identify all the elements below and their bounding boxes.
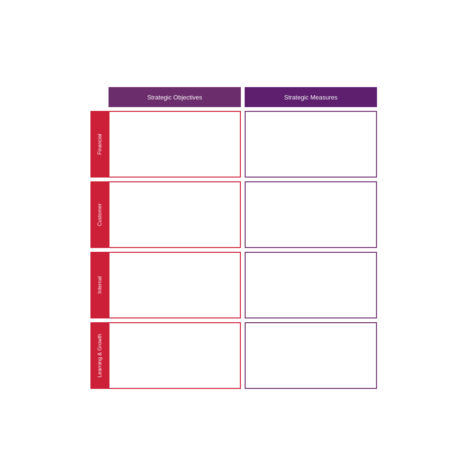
- row-financial: Financial: [90, 111, 386, 178]
- header-measures-label: Strategic Measures: [284, 94, 337, 101]
- row-customer: Customer: [90, 181, 386, 248]
- row-internal: Internal: [90, 252, 386, 318]
- label-internal: Internal: [90, 252, 109, 318]
- rows-container: Financial Customer Internal Learning & G…: [90, 107, 386, 389]
- header-row: Strategic Objectives Strategic Measures: [109, 87, 386, 107]
- label-learning: Learning & Growth: [90, 322, 109, 389]
- label-customer: Customer: [90, 181, 109, 248]
- scorecard: Strategic Objectives Strategic Measures …: [90, 87, 386, 389]
- cell-financial-objectives[interactable]: [109, 111, 241, 178]
- cell-internal-measures[interactable]: [245, 252, 377, 318]
- header-objectives-label: Strategic Objectives: [147, 94, 202, 101]
- label-financial: Financial: [90, 111, 109, 178]
- cell-financial-measures[interactable]: [245, 111, 377, 178]
- cell-customer-measures[interactable]: [245, 181, 377, 248]
- cell-customer-objectives[interactable]: [109, 181, 241, 248]
- cell-learning-objectives[interactable]: [109, 322, 241, 389]
- cell-internal-objectives[interactable]: [109, 252, 241, 318]
- header-objectives: Strategic Objectives: [109, 87, 241, 107]
- header-measures: Strategic Measures: [245, 87, 377, 107]
- cell-learning-measures[interactable]: [245, 322, 377, 389]
- row-learning: Learning & Growth: [90, 322, 386, 389]
